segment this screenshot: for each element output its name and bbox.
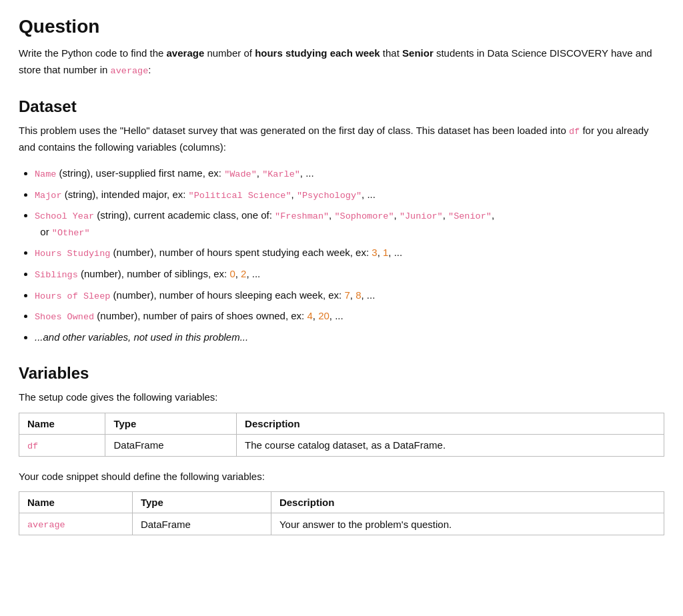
define-text: Your code snippet should define the foll… xyxy=(19,469,664,485)
table-row: average DataFrame Your answer to the pro… xyxy=(19,513,664,535)
variables-heading: Variables xyxy=(19,364,664,383)
var-average-type: DataFrame xyxy=(132,513,271,535)
list-item-name: Name (string), user-supplied first name,… xyxy=(35,165,664,182)
define-col-description: Description xyxy=(271,492,664,513)
question-heading: Question xyxy=(19,16,664,37)
dataset-variables-list: Name (string), user-supplied first name,… xyxy=(35,165,664,345)
var-major: Major xyxy=(35,191,62,201)
define-table-header-row: Name Type Description xyxy=(19,492,664,513)
variables-col-description: Description xyxy=(237,413,664,434)
list-item-shoes-owned: Shoes Owned (number), number of pairs of… xyxy=(35,308,664,325)
list-item-hours-sleep: Hours of Sleep (number), number of hours… xyxy=(35,287,664,304)
question-code-average: average xyxy=(111,66,149,76)
var-df-type: DataFrame xyxy=(105,434,237,456)
list-item-school-year: School Year (string), current academic c… xyxy=(35,207,664,240)
question-text-mid1: number of xyxy=(204,47,255,59)
question-bold-hours: hours studying each week xyxy=(255,47,380,59)
question-text-end: : xyxy=(148,64,151,75)
list-item-other-variables: ...and other variables, not used in this… xyxy=(35,329,664,345)
var-school-year: School Year xyxy=(35,211,94,221)
var-df-description: The course catalog dataset, as a DataFra… xyxy=(237,434,664,456)
question-bold-average: average xyxy=(167,47,205,59)
variables-col-name: Name xyxy=(19,413,105,434)
var-name: Name xyxy=(35,169,56,179)
var-average-description: Your answer to the problem's question. xyxy=(271,513,664,535)
define-col-name: Name xyxy=(19,492,133,513)
question-bold-senior: Senior xyxy=(402,47,434,59)
variables-table: Name Type Description df DataFrame The c… xyxy=(19,413,664,457)
define-col-type: Type xyxy=(132,492,271,513)
list-item-siblings: Siblings (number), number of siblings, e… xyxy=(35,266,664,283)
variables-col-type: Type xyxy=(105,413,237,434)
dataset-text1: This problem uses the "Hello" dataset su… xyxy=(19,125,569,136)
list-item-hours-studying: Hours Studying (number), number of hours… xyxy=(35,245,664,261)
variables-table-header-row: Name Type Description xyxy=(19,413,664,434)
question-text-mid2: that xyxy=(380,47,402,59)
variables-setup-text: The setup code gives the following varia… xyxy=(19,389,664,406)
question-text-before: Write the Python code to find the xyxy=(19,47,167,59)
question-paragraph: Write the Python code to find the averag… xyxy=(19,45,664,79)
var-siblings: Siblings xyxy=(35,270,78,280)
var-shoes-owned: Shoes Owned xyxy=(35,312,94,322)
define-table: Name Type Description average DataFrame … xyxy=(19,491,664,535)
list-item-major: Major (string), intended major, ex: "Pol… xyxy=(35,187,664,203)
table-row: df DataFrame The course catalog dataset,… xyxy=(19,434,664,456)
var-average-name: average xyxy=(19,513,133,535)
dataset-df-code: df xyxy=(569,127,580,137)
var-hours-studying: Hours Studying xyxy=(35,249,110,259)
dataset-heading: Dataset xyxy=(19,97,664,116)
dataset-paragraph: This problem uses the "Hello" dataset su… xyxy=(19,123,664,156)
var-df-name: df xyxy=(19,434,105,456)
var-hours-sleep: Hours of Sleep xyxy=(35,291,110,301)
